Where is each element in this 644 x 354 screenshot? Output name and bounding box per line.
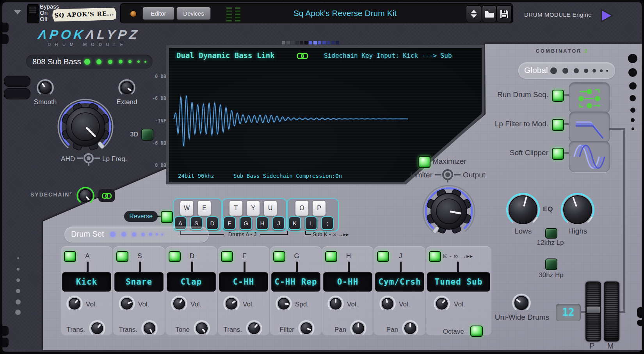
ahd-lpfreq-toggle[interactable] — [77, 152, 100, 166]
key-F[interactable]: F — [223, 216, 236, 230]
channel-trigger-button[interactable] — [221, 251, 233, 262]
header-bar: Editor Devices Sq Apok's Reverse Drum Ki… — [120, 3, 513, 23]
channel-trigger-button[interactable] — [64, 251, 76, 262]
devices-button[interactable]: Devices — [176, 7, 211, 20]
limiter-output-toggle[interactable] — [434, 168, 461, 182]
logo-part1: ΛPOK — [37, 27, 86, 42]
channel-knob-tone[interactable] — [193, 319, 211, 337]
pitch-wheel-label: P — [588, 342, 596, 350]
key-Y[interactable]: Y — [246, 200, 260, 216]
bypass-switch[interactable] — [27, 4, 39, 23]
fold-triangle[interactable] — [14, 10, 21, 14]
chassis-slot — [2, 338, 9, 347]
soft-clipper-icon-box[interactable] — [569, 141, 610, 172]
level-meter-right — [235, 7, 241, 23]
key-T[interactable]: T — [229, 200, 243, 216]
bracket-sub-label: Sub K - ∞ →▸▸ — [313, 231, 363, 237]
channel-knob-vol[interactable] — [170, 295, 188, 313]
reverse-button[interactable] — [161, 211, 173, 223]
channel-knob-vol[interactable] — [118, 295, 136, 313]
channel-knob-spd[interactable] — [275, 295, 293, 313]
patch-title[interactable]: Sq Apok's Reverse Drum Kit — [249, 7, 441, 19]
output-knob[interactable] — [422, 184, 476, 240]
eq-highs-knob[interactable] — [560, 192, 595, 229]
smooth-label: Smooth — [30, 98, 60, 106]
channel-knob-trans[interactable] — [245, 319, 263, 337]
channel-trigger-button[interactable] — [169, 251, 181, 262]
meter-segment — [235, 10, 241, 12]
channel-knob1-label: Vol. — [347, 301, 370, 308]
channel-knob-vol[interactable] — [433, 295, 451, 313]
dot — [562, 68, 568, 74]
patch-updown-button[interactable] — [466, 5, 481, 22]
pixel-square — [304, 41, 308, 44]
lp-12khz-button[interactable] — [545, 228, 557, 239]
channel-knob-trans[interactable] — [141, 319, 158, 337]
channel-knob-vol[interactable] — [379, 295, 397, 313]
mod-wheel-label: M — [607, 342, 614, 350]
channel-knob1-label: Vol. — [138, 301, 162, 308]
channel-c-hh: FC-HH Vol.Trans. — [218, 246, 269, 335]
pixel-square — [282, 41, 285, 44]
key-;[interactable]: ; — [321, 216, 334, 230]
uniwide-knob[interactable] — [511, 293, 532, 315]
chassis-slot — [2, 326, 9, 336]
channel-trigger-button[interactable] — [325, 251, 337, 262]
mod-wheel[interactable] — [604, 281, 619, 342]
maximizer-button[interactable] — [418, 156, 431, 168]
sydechain-link-box[interactable] — [98, 189, 115, 202]
channel-knob-vol[interactable] — [222, 295, 240, 313]
key-E[interactable]: E — [197, 200, 211, 216]
patch-tape-label[interactable]: SQ APOK'S RE... — [52, 7, 116, 22]
meter-segment — [226, 16, 232, 19]
key-U[interactable]: U — [263, 200, 277, 216]
display-link-icon-box[interactable] — [296, 51, 309, 60]
channel-knob-vol[interactable] — [66, 295, 84, 313]
extend-knob[interactable] — [117, 78, 136, 99]
channel-tick — [348, 262, 350, 272]
channel-knob-filter[interactable] — [297, 319, 315, 337]
channel-knob-pan[interactable] — [349, 319, 367, 337]
channel-octave-button[interactable] — [470, 326, 483, 337]
lp-filter-icon-box[interactable] — [569, 112, 610, 143]
semitone-display[interactable]: 12 — [556, 304, 581, 321]
lp-filter-button[interactable] — [552, 119, 564, 131]
channel-trigger-button[interactable] — [273, 251, 285, 262]
channel-knob-vol[interactable] — [327, 295, 345, 313]
channel-snare: SSnare Vol.Trans. — [113, 246, 165, 335]
editor-button[interactable]: Editor — [142, 7, 174, 20]
extend-label: Extend — [112, 98, 142, 106]
channel-c-hh-rep: GC-HH Rep Spd.Filter — [270, 246, 322, 335]
channel-trigger-button[interactable] — [377, 251, 389, 262]
threed-button[interactable] — [141, 129, 153, 141]
eq-lows-knob[interactable] — [505, 192, 541, 229]
channel-trigger-button[interactable] — [429, 251, 441, 262]
key-P[interactable]: P — [312, 200, 326, 216]
channel-knob-pan[interactable] — [401, 319, 419, 337]
key-J[interactable]: J — [272, 216, 285, 230]
hp-30hz-button[interactable] — [545, 258, 557, 270]
drum-seq-icon-box[interactable] — [569, 82, 610, 114]
key-K[interactable]: K — [288, 216, 301, 230]
key-W[interactable]: W — [180, 200, 194, 216]
patch-browse-button[interactable] — [482, 5, 496, 22]
play-button[interactable] — [600, 9, 614, 23]
run-drum-seq-button[interactable] — [552, 90, 564, 102]
channel-knob-trans[interactable] — [88, 319, 106, 337]
channel-trigger-button[interactable] — [116, 251, 128, 262]
patch-save-button[interactable] — [496, 5, 512, 22]
ahd-label: AHD — [51, 155, 75, 163]
smooth-knob[interactable] — [36, 78, 55, 99]
key-G[interactable]: G — [240, 216, 252, 230]
soft-clipper-button[interactable] — [552, 148, 564, 160]
maximizer-label: Maximizer — [432, 157, 466, 166]
pitch-wheel[interactable] — [585, 281, 601, 342]
key-L[interactable]: L — [305, 216, 317, 230]
key-H[interactable]: H — [256, 216, 269, 230]
key-O[interactable]: O — [295, 200, 309, 216]
channel-tick — [87, 262, 89, 272]
ahd-lpfreq-knob[interactable] — [57, 98, 114, 157]
display-bitrate: 24bit 96khz — [178, 173, 214, 179]
sydechain-knob[interactable] — [76, 186, 95, 207]
channel-key-label: H — [336, 252, 361, 260]
